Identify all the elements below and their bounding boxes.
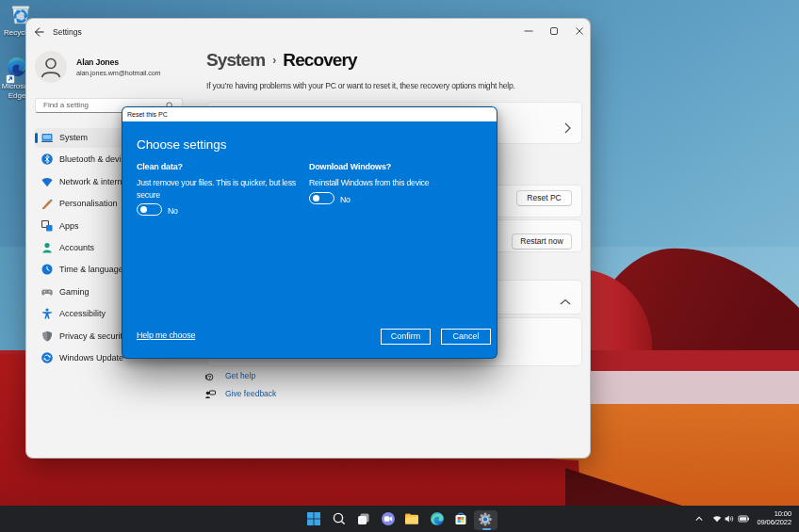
svg-text:?: ? bbox=[208, 375, 212, 380]
